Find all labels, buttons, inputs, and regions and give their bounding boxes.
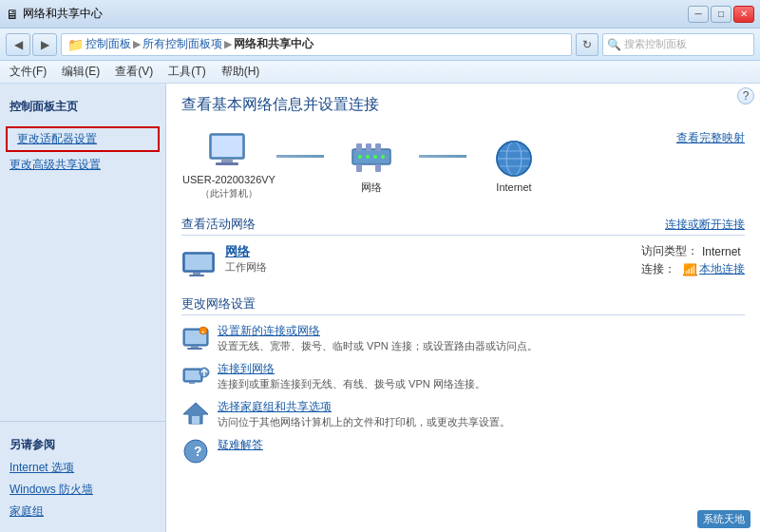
setting-item-3: ? 疑难解答 [181, 437, 745, 466]
back-button[interactable]: ◀ [6, 33, 30, 56]
setting-item-0: + 设置新的连接或网络 设置无线、宽带、拨号、临时或 VPN 连接；或设置路由器… [181, 323, 745, 353]
title-bar-left: 🖥 网络和共享中心 [6, 6, 103, 22]
network-diagram: USER-20200326VY （此计算机） [181, 130, 745, 200]
svg-rect-37 [192, 416, 200, 424]
setting-text-3: 疑难解答 [218, 437, 745, 453]
setting-text-1: 连接到网络 连接到或重新连接到无线、有线、拨号或 VPN 网络连接。 [218, 361, 745, 391]
search-placeholder: 搜索控制面板 [624, 37, 687, 51]
setting-title-0[interactable]: 设置新的连接或网络 [218, 323, 745, 339]
access-type-row: 访问类型： Internet [641, 243, 745, 259]
setting-desc-1: 连接到或重新连接到无线、有线、拨号或 VPN 网络连接。 [218, 378, 485, 390]
breadcrumb-sep-0: ▶ [133, 38, 141, 50]
setting-item-2: 选择家庭组和共享选项 访问位于其他网络计算机上的文件和打印机，或更改共享设置。 [181, 399, 745, 429]
sidebar: 控制面板主页 更改适配器设置 更改高级共享设置 另请参阅 Internet 选项… [0, 84, 166, 532]
sidebar-item-internet-options[interactable]: Internet 选项 [0, 457, 165, 479]
watermark: 系统天地 [697, 510, 750, 528]
svg-rect-2 [221, 159, 233, 162]
back-icon: ◀ [14, 38, 23, 51]
switch-icon [347, 137, 396, 179]
network-type-icon [181, 245, 216, 286]
minimize-button[interactable]: ─ [688, 6, 709, 23]
main-layout: 控制面板主页 更改适配器设置 更改高级共享设置 另请参阅 Internet 选项… [0, 84, 760, 532]
close-button[interactable]: ✕ [733, 6, 754, 23]
setting-title-3[interactable]: 疑难解答 [218, 437, 745, 453]
connect-network-icon [181, 361, 210, 390]
svg-rect-1 [212, 136, 242, 157]
network-name-link[interactable]: 网络 [225, 243, 632, 260]
setting-title-1[interactable]: 连接到网络 [218, 361, 745, 377]
sidebar-item-homegroup[interactable]: 家庭组 [0, 501, 165, 522]
change-settings-title: 更改网络设置 [181, 295, 256, 313]
menu-help[interactable]: 帮助(H) [221, 64, 260, 80]
svg-rect-21 [185, 255, 212, 270]
svg-rect-28 [187, 348, 202, 350]
signal-icon: 📶 [683, 263, 697, 276]
setting-desc-2: 访问位于其他网络计算机上的文件和打印机，或更改共享设置。 [218, 416, 510, 428]
network-info: 网络 工作网络 [225, 243, 632, 275]
settings-list: + 设置新的连接或网络 设置无线、宽带、拨号、临时或 VPN 连接；或设置路由器… [181, 323, 745, 466]
troubleshoot-icon: ? [181, 437, 210, 466]
net-sublabel-computer: （此计算机） [200, 187, 257, 200]
svg-point-11 [366, 155, 370, 159]
network-details: 访问类型： Internet 连接： 📶 本地连接 [641, 243, 745, 279]
connector-2 [419, 155, 466, 158]
access-type-label: 访问类型： [641, 243, 698, 259]
svg-rect-5 [356, 143, 362, 151]
svg-rect-6 [366, 143, 371, 151]
sidebar-also-section: 另请参阅 Internet 选项 Windows 防火墙 家庭组 [0, 421, 165, 522]
sidebar-title: 控制面板主页 [0, 93, 165, 119]
breadcrumb: 📁 控制面板 ▶ 所有控制面板项 ▶ 网络和共享中心 [61, 33, 572, 56]
help-icon[interactable]: ? [737, 87, 754, 104]
net-label-internet: Internet [496, 181, 531, 193]
svg-text:?: ? [194, 444, 202, 459]
search-box[interactable]: 🔍 搜索控制面板 [602, 33, 754, 56]
computer-icon [204, 130, 254, 172]
nav-buttons: ◀ ▶ [6, 33, 57, 56]
breadcrumb-item-0[interactable]: 控制面板 [86, 36, 131, 52]
svg-point-13 [381, 155, 385, 159]
access-type-value: Internet [702, 245, 741, 258]
menu-tools[interactable]: 工具(T) [168, 64, 205, 80]
sidebar-item-firewall[interactable]: Windows 防火墙 [0, 479, 165, 501]
setting-text-2: 选择家庭组和共享选项 访问位于其他网络计算机上的文件和打印机，或更改共享设置。 [218, 399, 745, 429]
folder-icon: 📁 [67, 37, 84, 52]
refresh-button[interactable]: ↻ [576, 33, 598, 56]
svg-point-10 [358, 155, 362, 159]
maximize-button[interactable]: □ [711, 6, 732, 23]
view-full-map-link[interactable]: 查看完整映射 [676, 130, 745, 146]
net-node-internet: Internet [466, 138, 561, 193]
sidebar-item-adapter-settings[interactable]: 更改适配器设置 [6, 126, 160, 152]
svg-point-12 [373, 155, 377, 159]
breadcrumb-sep-1: ▶ [224, 38, 232, 50]
menu-edit[interactable]: 编辑(E) [62, 64, 100, 80]
svg-text:+: + [201, 329, 205, 334]
connection-label: 连接： [641, 261, 679, 277]
svg-rect-27 [191, 346, 199, 348]
forward-icon: ▶ [41, 38, 49, 51]
connect-disconnect-link[interactable]: 连接或断开连接 [665, 217, 745, 233]
menu-file[interactable]: 文件(F) [10, 64, 47, 80]
title-bar: 🖥 网络和共享中心 ─ □ ✕ [0, 0, 760, 28]
net-label-computer: USER-20200326VY [182, 174, 276, 185]
menu-view[interactable]: 查看(V) [115, 64, 153, 80]
page-title: 查看基本网络信息并设置连接 [181, 95, 745, 115]
forward-button[interactable]: ▶ [32, 33, 57, 56]
active-networks-title: 查看活动网络 [181, 216, 256, 233]
homegroup-icon [181, 399, 210, 428]
setup-network-icon: + [181, 323, 210, 352]
window-title: 网络和共享中心 [23, 6, 103, 22]
local-connection-link[interactable]: 📶 本地连接 [683, 261, 745, 277]
breadcrumb-item-1[interactable]: 所有控制面板项 [142, 36, 222, 52]
network-type-text: 工作网络 [225, 261, 267, 273]
setting-title-2[interactable]: 选择家庭组和共享选项 [218, 399, 745, 415]
search-icon: 🔍 [607, 38, 621, 51]
setting-text-0: 设置新的连接或网络 设置无线、宽带、拨号、临时或 VPN 连接；或设置路由器或访… [218, 323, 745, 353]
sidebar-links: 更改适配器设置 更改高级共享设置 [0, 124, 165, 176]
connection-value: 本地连接 [699, 261, 745, 277]
access-type-group: 访问类型： Internet 连接： 📶 本地连接 [641, 243, 745, 279]
address-bar: ◀ ▶ 📁 控制面板 ▶ 所有控制面板项 ▶ 网络和共享中心 ↻ 🔍 搜索控制面… [0, 28, 760, 61]
svg-rect-9 [375, 164, 381, 172]
sidebar-item-advanced-sharing[interactable]: 更改高级共享设置 [0, 154, 165, 176]
window-icon: 🖥 [6, 7, 19, 22]
svg-rect-33 [189, 382, 195, 384]
